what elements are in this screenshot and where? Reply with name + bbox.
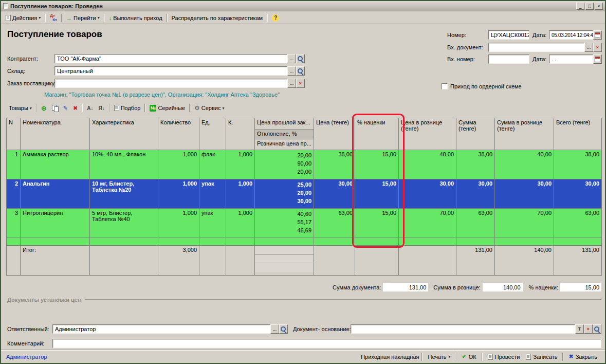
cell-sum[interactable]: 38,00 [456, 150, 495, 179]
pick-button[interactable]: Подбор [112, 103, 143, 113]
cell-nomenclature[interactable]: Аммиака раствор [21, 150, 90, 179]
cell-k[interactable]: 1,000 [226, 179, 255, 209]
incoming-doc-select-button[interactable]: ... [584, 43, 593, 52]
basis-type-button[interactable]: Т [575, 324, 584, 334]
number-field[interactable]: ЦУХАЦСК0012 [488, 30, 529, 40]
column-header-markup[interactable]: % наценки [355, 118, 399, 150]
maximize-button[interactable]: □ [585, 3, 594, 10]
cell-prev-prices[interactable]: 25,00 20,00 30,00 [255, 179, 314, 209]
cell-k[interactable]: 1,000 [226, 150, 255, 179]
cell-n[interactable]: 2 [7, 179, 21, 209]
contractor-field[interactable]: ТОО "АК-Фарма" [54, 54, 287, 63]
cell-quantity[interactable]: 1,000 [158, 179, 199, 209]
cell-retail-price[interactable]: 70,00 [399, 209, 456, 238]
cell-total[interactable]: 38,00 [554, 150, 602, 179]
date-field[interactable]: 05.03.2014 12:04:48 [549, 30, 593, 40]
cell-nomenclature[interactable]: Нитроглицерин [21, 209, 90, 238]
close-doc-button[interactable]: ✖ Закрыть [566, 352, 600, 361]
copy-row-button[interactable] [49, 103, 61, 113]
cell-price[interactable]: 38,00 [314, 150, 355, 179]
column-header-sum[interactable]: Сумма (тенге) [456, 118, 495, 150]
cell-retail-price[interactable]: 40,00 [399, 150, 456, 179]
basis-clear-button[interactable]: × [584, 324, 593, 334]
save-button[interactable]: Записать [523, 353, 560, 361]
cell-price[interactable]: 30,00 [314, 179, 355, 209]
supplier-order-select-button[interactable]: ... [287, 79, 296, 88]
minimize-button[interactable]: _ [576, 3, 584, 10]
distribute-button[interactable]: Распределить по характеристикам [169, 13, 266, 23]
responsible-open-button[interactable] [279, 324, 288, 334]
cell-price[interactable]: 63,00 [314, 209, 355, 238]
contractor-open-button[interactable] [296, 54, 305, 63]
ok-button[interactable]: ✔ ОК [460, 352, 479, 361]
cell-n[interactable]: 1 [7, 150, 21, 179]
cell-total[interactable]: 63,00 [554, 209, 602, 238]
cell-sum[interactable]: 63,00 [456, 209, 495, 238]
doc-type-label[interactable]: Приходная накладная [361, 354, 419, 360]
cell-markup[interactable]: 15,00 [355, 209, 399, 238]
add-row-button[interactable]: ⊕ [39, 103, 49, 113]
actions-menu-button[interactable]: Действия ▾ [3, 13, 43, 23]
column-header-price[interactable]: Цена (тенге) [314, 118, 355, 150]
order-scheme-checkbox[interactable] [442, 83, 448, 89]
column-header-retail-sum[interactable]: Сумма в рознице (тенге) [495, 118, 554, 150]
edit-row-button[interactable]: ✎ [61, 103, 70, 113]
post-button[interactable]: Провести [485, 353, 523, 361]
delete-row-button[interactable]: ✖ [70, 103, 80, 113]
service-menu-button[interactable]: ⚙ Сервис ▾ [192, 103, 227, 113]
date-calendar-button[interactable] [593, 30, 602, 40]
dtkt-button[interactable]: ДтКт [47, 13, 60, 23]
do-receipt-button[interactable]: ↓ Выполнить приход [106, 13, 165, 23]
goods-menu-button[interactable]: Товары ▾ [6, 103, 34, 113]
cell-markup[interactable]: 15,00 [355, 150, 399, 179]
cell-k[interactable]: 1,000 [226, 209, 255, 238]
goto-menu-button[interactable]: → Перейти ▾ [64, 13, 102, 23]
column-header-n[interactable]: N [7, 118, 21, 150]
responsible-field[interactable]: Администратор [52, 324, 270, 334]
cell-retail-sum[interactable]: 70,00 [495, 209, 554, 238]
cell-total[interactable]: 30,00 [554, 179, 602, 209]
incoming-date-field[interactable]: . . [549, 54, 593, 64]
cell-retail-sum[interactable]: 30,00 [495, 179, 554, 209]
basis-open-button[interactable] [593, 324, 601, 334]
contractor-select-button[interactable]: ... [287, 54, 296, 63]
column-header-quantity[interactable]: Количество [158, 118, 199, 150]
cell-prev-prices[interactable]: 40,60 55,17 46,69 [255, 209, 314, 238]
cell-retail-sum[interactable]: 40,00 [495, 150, 554, 179]
print-button[interactable]: Печать ▾ [425, 353, 453, 361]
supplier-order-clear-button[interactable]: × [296, 79, 305, 88]
cell-characteristic[interactable]: 10 мг, Блистер, Таблетка №20 [90, 179, 158, 209]
incoming-doc-field[interactable] [488, 43, 584, 52]
cell-characteristic[interactable]: 5 мгр, Блистер, Таблетка №40 [90, 209, 158, 238]
cell-n[interactable]: 3 [7, 209, 21, 238]
warehouse-open-button[interactable] [296, 66, 305, 76]
comment-field[interactable] [52, 339, 601, 348]
cell-nomenclature[interactable]: Анальгин [21, 179, 90, 209]
incoming-date-calendar-button[interactable] [593, 54, 602, 64]
cell-markup[interactable]: 15,00 [355, 179, 399, 209]
column-header-nomenclature[interactable]: Номенклатура [21, 118, 90, 150]
cell-prev-prices[interactable]: 20,00 90,00 20,00 [255, 150, 314, 179]
serial-numbers-button[interactable]: № Серийные [147, 103, 188, 113]
sort-desc-button[interactable]: Я↓ [96, 103, 107, 113]
cell-unit[interactable]: упак [199, 209, 226, 238]
supplier-order-field[interactable] [54, 79, 287, 88]
close-button[interactable]: × [595, 3, 603, 10]
help-button[interactable]: ? [269, 13, 282, 23]
column-header-retail-price[interactable]: Цена в рознице (тенге) [399, 118, 456, 150]
warehouse-select-button[interactable]: ... [287, 66, 296, 76]
column-header-prev-price[interactable]: Цена прошлой зак... Отклонение, % Рознич… [255, 118, 314, 150]
sort-asc-button[interactable]: А↓ [84, 103, 96, 113]
cell-sum[interactable]: 30,00 [456, 179, 495, 209]
column-header-unit[interactable]: Ед. [199, 118, 226, 150]
column-header-k[interactable]: К. [226, 118, 255, 150]
cell-quantity[interactable]: 1,000 [158, 209, 199, 238]
cell-unit[interactable]: упак [199, 179, 226, 209]
cell-unit[interactable]: флак [199, 150, 226, 179]
incoming-number-field[interactable] [488, 54, 529, 64]
cell-characteristic[interactable]: 10%, 40 мл., Флакон [90, 150, 158, 179]
column-header-characteristic[interactable]: Характеристика [90, 118, 158, 150]
column-header-total[interactable]: Всего (тенге) [554, 118, 602, 150]
incoming-doc-clear-button[interactable]: × [593, 43, 602, 52]
cell-quantity[interactable]: 1,000 [158, 150, 199, 179]
